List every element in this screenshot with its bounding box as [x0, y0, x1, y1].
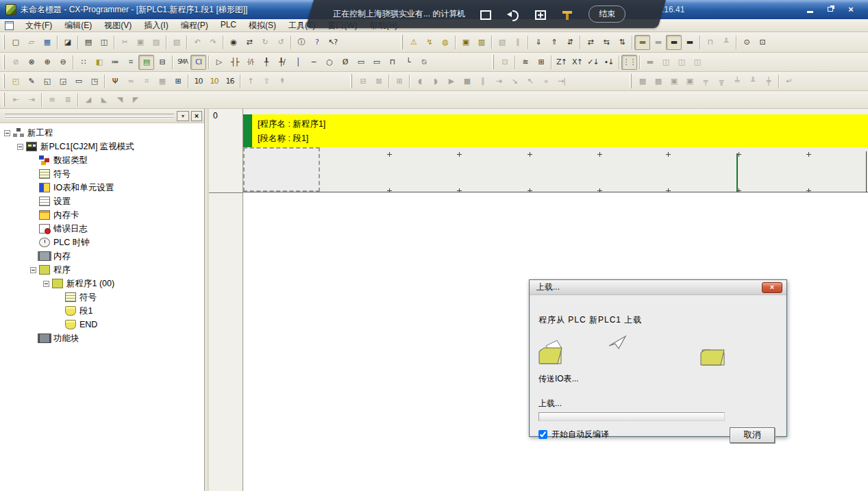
symbol-editor-button[interactable]: ◧	[91, 55, 107, 70]
tree-item-1[interactable]: 新PLC1[CJ2M] 监视模式	[0, 140, 204, 153]
tree-item-10[interactable]: 程序	[0, 263, 204, 277]
toggle-plc-warning-button[interactable]: ⚠	[406, 35, 421, 50]
display-hex-button[interactable]: 16	[222, 74, 238, 89]
tree-expander[interactable]	[17, 144, 23, 150]
tree-item-6[interactable]: 内存卡	[0, 208, 204, 222]
end-session-button[interactable]: 结束	[588, 5, 625, 23]
restore-button[interactable]	[823, 4, 838, 14]
tree-item-11[interactable]: 新程序1 (00)	[0, 277, 204, 290]
vertical-line-button[interactable]: │	[290, 55, 306, 70]
menu-item-2[interactable]: 视图(V)	[98, 18, 138, 33]
memory-window-1-button[interactable]: ▬	[634, 35, 650, 50]
tree-expander[interactable]	[30, 267, 36, 273]
online-edit-cancel-button[interactable]: ⇅	[614, 35, 630, 50]
tree-expander[interactable]	[4, 130, 10, 136]
cancel-button[interactable]: 取消	[730, 427, 775, 443]
watch-window-button[interactable]: ≔	[107, 55, 123, 70]
zoom-custom-button[interactable]: ⊗	[23, 55, 39, 70]
memory-window-3-button[interactable]: ▬	[666, 35, 682, 50]
time-chart-monitor-button[interactable]: ⊞	[533, 55, 549, 70]
menu-item-0[interactable]: 文件(F)	[19, 18, 58, 33]
replace-button[interactable]: ⇄	[241, 35, 257, 50]
cascade-windows-button[interactable]: ◰	[8, 74, 23, 89]
tree-item-4[interactable]: IO表和单元设置	[0, 181, 204, 194]
speaker-icon[interactable]	[506, 8, 520, 22]
tree-item-5[interactable]: 设置	[0, 194, 204, 208]
online-edit-begin-button[interactable]: ⇄	[582, 35, 598, 50]
program-mode-button[interactable]: ▣	[458, 35, 473, 50]
new-instruction-button[interactable]: ⊓	[384, 55, 400, 70]
menu-item-4[interactable]: 编程(P)	[175, 18, 214, 33]
mnemonic-view-button[interactable]: SMA	[175, 55, 190, 70]
compare-with-plc-button[interactable]: ⇵	[562, 35, 578, 50]
find-button[interactable]: ◉	[225, 35, 241, 50]
sort-symbols-address-button[interactable]: X↑	[569, 55, 585, 70]
comment-instruction-view-button[interactable]: CI	[190, 55, 206, 70]
fullscreen-icon[interactable]	[480, 10, 491, 20]
new-inverted-function-button[interactable]: ▭	[369, 55, 384, 70]
upload-dialog-titlebar[interactable]: 上载... ×	[530, 280, 786, 295]
grid-toggle-button[interactable]: ∷	[75, 55, 91, 70]
print-button[interactable]: ▤	[80, 35, 96, 50]
tool-properties-button[interactable]: ✎	[23, 74, 39, 89]
workspace-grip[interactable]	[5, 114, 174, 118]
tile-horizontal-button[interactable]: ◱	[39, 74, 55, 89]
select-mode-button[interactable]: ▷	[211, 55, 227, 70]
sort-symbols-used-button[interactable]: ✓↓	[585, 55, 601, 70]
child-window-icon[interactable]	[5, 21, 14, 30]
tree-item-14[interactable]: END	[0, 318, 204, 331]
new-document-button[interactable]: ▢	[8, 35, 23, 50]
release-password-button[interactable]: ⊡	[754, 35, 770, 50]
menu-item-1[interactable]: 编辑(E)	[58, 18, 98, 33]
memory-window-4-button[interactable]: ▬	[682, 35, 697, 50]
new-plc-function-button[interactable]: ▭	[353, 55, 369, 70]
tree-item-15[interactable]: 功能块	[0, 331, 204, 345]
monitor-data-view-button[interactable]: ⊟	[154, 55, 170, 70]
object-browser-button[interactable]: ⋮⋮	[621, 55, 637, 70]
minimize-button[interactable]	[802, 4, 817, 14]
about-button[interactable]: ⓘ	[293, 35, 309, 50]
display-decimal-button[interactable]: 10	[190, 74, 206, 89]
tree-item-3[interactable]: 符号	[0, 167, 204, 181]
new-or-contact-button[interactable]: ╀	[258, 55, 274, 70]
auto-decompile-checkbox[interactable]	[538, 430, 547, 439]
line-connector-button[interactable]: └	[400, 55, 416, 70]
new-closed-coil-button[interactable]: Ø	[337, 55, 353, 70]
transfer-from-plc-button[interactable]: ⇑	[546, 35, 562, 50]
upload-dialog-close-button[interactable]: ×	[762, 282, 782, 293]
compile-program-button[interactable]: ◪	[60, 35, 75, 50]
help-button[interactable]: ?	[309, 35, 325, 50]
tree-item-13[interactable]: 段1	[0, 304, 204, 318]
horizontal-line-button[interactable]: ─	[306, 55, 321, 70]
new-closed-contact-button[interactable]: ┤/├	[243, 55, 258, 70]
new-coil-button[interactable]: ○	[321, 55, 337, 70]
work-online-button[interactable]: ↯	[421, 35, 437, 50]
tree-item-8[interactable]: PLC 时钟	[0, 236, 204, 249]
window-properties-button[interactable]: ◳	[86, 74, 102, 89]
tool-icon[interactable]	[561, 9, 573, 21]
cross-reference-button[interactable]: Ψ	[107, 74, 123, 89]
context-help-button[interactable]: ↖?	[325, 35, 340, 50]
tree-item-9[interactable]: 内存	[0, 249, 204, 263]
sort-symbols-name-button[interactable]: Z↑	[554, 55, 569, 70]
close-button[interactable]: ×	[843, 4, 858, 14]
tile-vertical-button[interactable]: ◲	[55, 74, 71, 89]
online-edit-send-button[interactable]: ⇆	[598, 35, 614, 50]
display-signed-decimal-button[interactable]: 10	[206, 74, 222, 89]
save-project-button[interactable]: ▦	[39, 35, 55, 50]
tree-item-0[interactable]: 新工程	[0, 126, 204, 140]
binary-monitor-button[interactable]: ⊞	[170, 74, 186, 89]
workspace-dropdown[interactable]: ▾	[177, 111, 189, 121]
new-closed-or-contact-button[interactable]: ╀/	[274, 55, 290, 70]
menu-item-6[interactable]: 模拟(S)	[243, 18, 282, 33]
sort-symbols-comment-button[interactable]: ∙↓	[601, 55, 617, 70]
differential-monitor-button[interactable]: ≋	[517, 55, 533, 70]
tree-item-7[interactable]: 错误日志	[0, 222, 204, 236]
set-password-button[interactable]: ⊙	[739, 35, 754, 50]
print-preview-button[interactable]: ◫	[96, 35, 112, 50]
add-window-icon[interactable]	[535, 10, 546, 20]
transfer-to-plc-button[interactable]: ⇓	[530, 35, 546, 50]
debug-mode-button[interactable]: ▥	[473, 35, 489, 50]
zoom-out-button[interactable]: ⊖	[55, 55, 71, 70]
tree-item-12[interactable]: 符号	[0, 290, 204, 304]
